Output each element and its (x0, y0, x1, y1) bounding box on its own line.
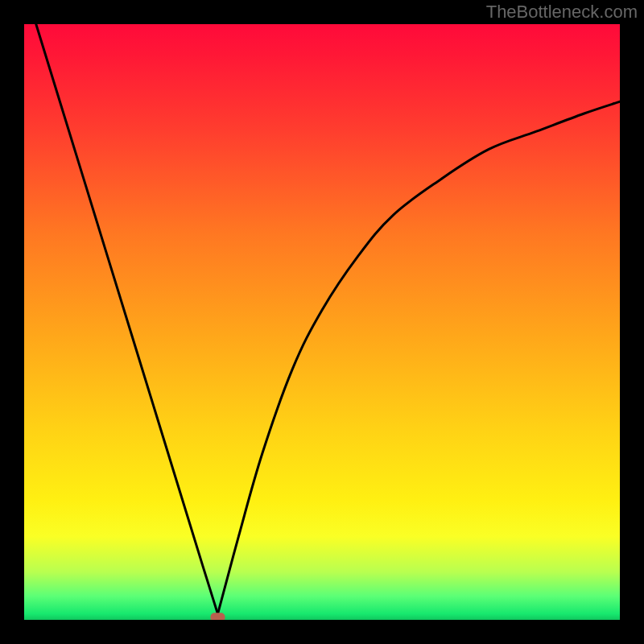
watermark-text: TheBottleneck.com (486, 2, 638, 23)
curve-layer (24, 24, 620, 620)
left-branch-line (36, 24, 218, 614)
minimum-marker (211, 613, 225, 620)
plot-area (24, 24, 620, 620)
chart-frame: TheBottleneck.com (0, 0, 644, 644)
right-branch-line (218, 101, 621, 613)
